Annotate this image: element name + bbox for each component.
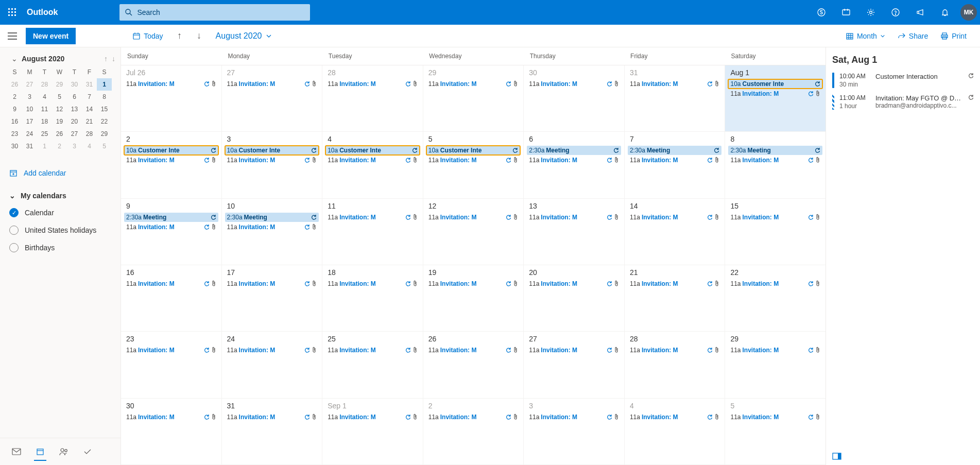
mini-day[interactable]: 13	[67, 103, 82, 115]
mini-day[interactable]: 16	[7, 115, 22, 128]
mini-day[interactable]: 30	[7, 140, 22, 152]
mini-day[interactable]: 30	[67, 78, 82, 91]
calendar-event[interactable]: 11aInvitation: M	[325, 213, 420, 222]
mini-day[interactable]: 9	[7, 103, 22, 115]
mini-day[interactable]: 25	[37, 128, 52, 140]
calendar-event[interactable]: 11aInvitation: M	[124, 156, 218, 165]
mini-day[interactable]: 18	[37, 115, 52, 128]
calendar-day[interactable]: 1111aInvitation: M	[322, 199, 423, 265]
calendar-event[interactable]: 2:30aMeeting	[527, 146, 621, 155]
account-avatar[interactable]: MK	[960, 4, 977, 21]
calendar-event[interactable]: 11aInvitation: M	[426, 412, 521, 422]
next-period-button[interactable]: ↓	[191, 28, 208, 44]
calendar-event[interactable]: 11aInvitation: M	[124, 79, 218, 89]
calendar-day[interactable]: 2711aInvitation: M	[524, 332, 625, 398]
mini-day[interactable]: 14	[82, 103, 97, 115]
calendar-day[interactable]: 1211aInvitation: M	[423, 199, 524, 265]
calendar-day[interactable]: 210aCustomer Inte11aInvitation: M	[121, 132, 222, 198]
dock-toggle-button[interactable]	[832, 453, 841, 460]
mini-day[interactable]: 22	[97, 115, 112, 128]
calendar-day[interactable]: 2811aInvitation: M	[625, 332, 726, 398]
app-launcher-button[interactable]	[0, 0, 25, 25]
calendar-event[interactable]: 11aInvitation: M	[225, 79, 319, 89]
calendar-day[interactable]: 411aInvitation: M	[625, 399, 726, 464]
todo-module-button[interactable]	[78, 443, 97, 460]
mini-day[interactable]: 31	[22, 140, 37, 152]
mini-day[interactable]: 2	[52, 140, 67, 152]
calendar-day[interactable]: 410aCustomer Inte11aInvitation: M	[322, 132, 423, 198]
mini-day[interactable]: 5	[97, 140, 112, 152]
mini-day[interactable]: 20	[67, 115, 82, 128]
calendar-event[interactable]: 11aInvitation: M	[124, 279, 218, 288]
calendar-event[interactable]: 11aInvitation: M	[124, 222, 218, 232]
calendar-event[interactable]: 2:30aMeeting	[628, 146, 722, 155]
calendar-event[interactable]: 11aInvitation: M	[325, 412, 420, 422]
calendar-day[interactable]: 510aCustomer Inte11aInvitation: M	[423, 132, 524, 198]
calendar-day[interactable]: 2911aInvitation: M	[725, 332, 826, 398]
mini-day[interactable]: 1	[37, 140, 52, 152]
skype-button[interactable]	[809, 0, 834, 25]
calendar-event[interactable]: 11aInvitation: M	[225, 156, 319, 165]
calendar-event[interactable]: 10aCustomer Inte	[426, 146, 521, 155]
calendar-event[interactable]: 11aInvitation: M	[728, 89, 822, 98]
calendar-day[interactable]: 311aInvitation: M	[524, 399, 625, 464]
calendar-day[interactable]: 2711aInvitation: M	[222, 65, 323, 131]
agenda-item[interactable]: 11:00 AM1 hourInvitation: May FGTO @ Dai…	[832, 94, 974, 110]
calendar-day[interactable]: 2511aInvitation: M	[322, 332, 423, 398]
calendar-event[interactable]: 10aCustomer Inte	[325, 146, 420, 155]
hamburger-button[interactable]	[0, 32, 25, 40]
mini-day[interactable]: 26	[7, 78, 22, 91]
new-event-button[interactable]: New event	[26, 28, 76, 44]
mini-day[interactable]: 27	[22, 78, 37, 91]
calendar-list-item[interactable]: United States holidays	[0, 221, 121, 239]
calendar-day[interactable]: 2611aInvitation: M	[423, 332, 524, 398]
calendar-day[interactable]: 211aInvitation: M	[423, 399, 524, 464]
calendar-day[interactable]: 1511aInvitation: M	[725, 199, 826, 265]
mini-day[interactable]: 24	[22, 128, 37, 140]
mini-next-month[interactable]: ↓	[112, 55, 115, 63]
calendar-event[interactable]: 11aInvitation: M	[628, 79, 722, 89]
calendar-day[interactable]: 2311aInvitation: M	[121, 332, 222, 398]
my-calendars-toggle[interactable]: ⌄ My calendars	[0, 184, 121, 204]
calendar-day[interactable]: 2411aInvitation: M	[222, 332, 323, 398]
megaphone-button[interactable]	[908, 0, 933, 25]
mini-prev-month[interactable]: ↑	[104, 55, 108, 63]
mini-day[interactable]: 3	[67, 140, 82, 152]
mini-day[interactable]: 17	[22, 115, 37, 128]
calendar-event[interactable]: 11aInvitation: M	[628, 213, 722, 222]
calendar-event[interactable]: 11aInvitation: M	[728, 279, 822, 288]
calendar-day[interactable]: 2911aInvitation: M	[423, 65, 524, 131]
mini-day[interactable]: 28	[82, 128, 97, 140]
calendar-event[interactable]: 11aInvitation: M	[527, 279, 621, 288]
calendar-list-item[interactable]: Birthdays	[0, 239, 121, 256]
calendar-day[interactable]: 1611aInvitation: M	[121, 265, 222, 331]
mini-day[interactable]: 29	[52, 78, 67, 91]
calendar-event[interactable]: 11aInvitation: M	[225, 222, 319, 232]
calendar-event[interactable]: 11aInvitation: M	[325, 79, 420, 89]
mini-day[interactable]: 12	[52, 103, 67, 115]
calendar-event[interactable]: 11aInvitation: M	[225, 412, 319, 422]
calendar-event[interactable]: 11aInvitation: M	[426, 79, 521, 89]
calendar-event[interactable]: 11aInvitation: M	[628, 412, 722, 422]
calendar-day[interactable]: 3011aInvitation: M	[524, 65, 625, 131]
calendar-event[interactable]: 2:30aMeeting	[728, 146, 822, 155]
calendar-day[interactable]: 92:30aMeeting11aInvitation: M	[121, 199, 222, 265]
calendar-day[interactable]: 310aCustomer Inte11aInvitation: M	[222, 132, 323, 198]
calendar-event[interactable]: 11aInvitation: M	[527, 156, 621, 165]
calendar-day[interactable]: 102:30aMeeting11aInvitation: M	[222, 199, 323, 265]
calendar-event[interactable]: 11aInvitation: M	[628, 279, 722, 288]
calendar-day[interactable]: 62:30aMeeting11aInvitation: M	[524, 132, 625, 198]
calendar-event[interactable]: 11aInvitation: M	[325, 279, 420, 288]
calendar-checkbox[interactable]	[9, 226, 19, 235]
calendar-event[interactable]: 11aInvitation: M	[728, 213, 822, 222]
calendar-day[interactable]: 2011aInvitation: M	[524, 265, 625, 331]
mini-day[interactable]: 1	[97, 78, 112, 91]
mini-day[interactable]: 10	[22, 103, 37, 115]
calendar-event[interactable]: 11aInvitation: M	[728, 156, 822, 165]
calendar-event[interactable]: 11aInvitation: M	[426, 213, 521, 222]
agenda-item[interactable]: 10:00 AM30 minCustomer Interaction	[832, 73, 974, 88]
calendar-event[interactable]: 11aInvitation: M	[124, 346, 218, 355]
calendar-event[interactable]: 11aInvitation: M	[628, 156, 722, 165]
calendar-day[interactable]: Aug 110aCustomer Inte11aInvitation: M	[725, 65, 826, 131]
calendar-module-button[interactable]	[31, 443, 49, 460]
